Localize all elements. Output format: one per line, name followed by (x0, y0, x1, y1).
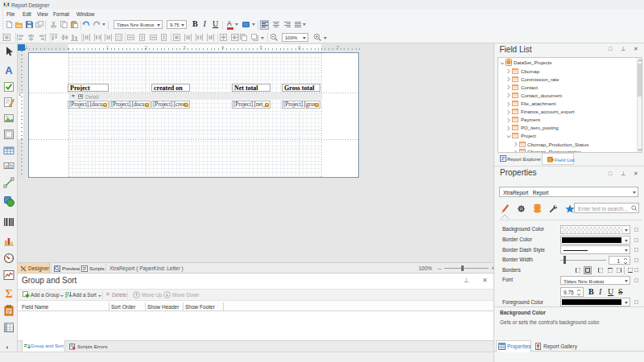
svg-text:a: a (5, 163, 8, 169)
svg-text:A: A (5, 64, 13, 76)
svg-text:Σ: Σ (5, 288, 12, 299)
svg-text:b: b (10, 163, 13, 169)
